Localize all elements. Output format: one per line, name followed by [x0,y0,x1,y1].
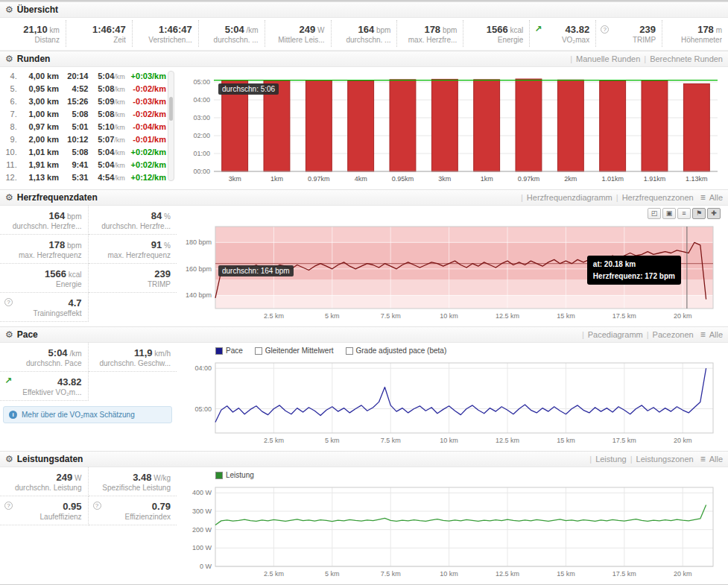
lap-row[interactable]: 8.0,97 km5:015:10/km-0:04/km [1,121,166,133]
pace-stats-panel: 5:04 /kmdurchschn. Pace11,9 km/hdurchsch… [0,343,177,448]
header-link[interactable]: Pacediagramm [588,330,643,339]
stat-value: 1:46:47 [92,24,126,35]
power-chart[interactable]: 0 W100 W200 W300 W400 W2.5 km5 km7.5 km1… [177,481,725,580]
legend-swatch[interactable] [215,472,223,479]
lap-number: 9. [1,133,19,146]
heartrate-header-links: |Herzfrequenzdiagramm|Herzfrequenzzonen≡… [521,192,723,203]
svg-text:17.5 km: 17.5 km [613,437,636,444]
legend-item[interactable]: Pace [215,347,243,355]
stat-value: 239 [639,24,656,35]
tag-icon[interactable]: ⚑ [692,208,706,219]
all-link[interactable]: Alle [709,455,723,464]
stat-label: max. Herzfre... [403,36,457,44]
stat-cell: 1:46:47Verstrichen... [133,20,199,47]
heartrate-chart[interactable]: 140 bpm160 bpm180 bpm2.5 km5 km7.5 km10 … [177,221,725,322]
lap-distance: 1,13 km [19,171,59,184]
svg-text:03:00: 03:00 [193,114,210,121]
lap-distance: 1,01 km [19,146,59,159]
lap-distance: 0,95 km [19,83,59,95]
svg-text:20 km: 20 km [674,312,692,320]
lap-pace: 5:04/km [88,159,124,171]
gear-icon[interactable]: ⚙ [5,329,13,340]
stat-unit: W [315,26,324,34]
stat-value: 21,10 [23,24,48,35]
lap-row[interactable]: 10.1,01 km5:085:04/km+0:02/km [1,146,166,159]
gear-icon[interactable]: ⚙ [5,4,13,15]
lap-diff: -0:02/km [125,83,166,95]
stat-value-line: 178 m [668,22,722,36]
lap-diff: -0:04/km [125,121,166,133]
stat-label: Energie [469,36,523,44]
header-link[interactable]: Herzfrequenzzonen [622,193,694,202]
header-link[interactable]: Leistung [595,455,627,464]
vo2max-info-link[interactable]: i Mehr über die VO₂max Schätzung [3,406,172,423]
stat-label: Distanz [6,36,60,44]
all-link[interactable]: Alle [709,193,723,202]
laps-scrollbar[interactable] [168,71,174,181]
heartrate-header: ⚙ Herzfrequenzdaten |Herzfrequenzdiagram… [0,189,728,206]
lap-time: 5:08 [59,108,88,121]
svg-text:3km: 3km [229,175,241,183]
crop-icon[interactable]: ✚ [707,208,721,219]
menu-icon[interactable]: ≡ [700,192,706,203]
menu-icon[interactable]: ≡ [700,454,706,464]
legend-item[interactable]: Leistung [215,471,254,479]
svg-text:17.5 km: 17.5 km [613,312,636,320]
stat-cell: 1566 kcalEnergie [0,264,89,293]
lap-row[interactable]: 11.1,91 km9:415:04/km+0:02/km [1,159,166,171]
gear-icon[interactable]: ⚙ [5,54,13,64]
stat-label: Verstrichen... [139,36,192,44]
stat-value-line: 3.48 W/kg [95,470,171,484]
stat-label: Mittlere Leis... [271,36,325,44]
stat-cell: 164 bpmdurchschn. ... [332,20,398,47]
separator: | [647,330,649,339]
legend-item[interactable]: Gleitender Mittelwert [255,347,334,355]
image-icon[interactable]: ▣ [662,208,676,219]
help-icon[interactable]: ? [4,298,13,306]
gear-icon[interactable]: ⚙ [5,192,13,203]
laps-bar-chart[interactable]: 00:0001:0002:0003:0004:0005:003km1km0.97… [177,69,725,185]
lap-row[interactable]: 12.1,13 km5:314:54/km+0:12/km [1,171,166,184]
svg-text:2.5 km: 2.5 km [264,570,284,578]
lap-diff: -0:01/km [125,133,166,146]
legend-swatch[interactable] [215,347,223,355]
lap-pace-unit: /km [114,111,125,118]
lap-row[interactable]: 4.4,00 km20:145:04/km+0:03/km [1,70,166,83]
menu-icon[interactable]: ≡ [700,329,706,340]
gear-icon[interactable]: ⚙ [5,454,13,464]
lap-time: 5:31 [59,171,88,184]
header-link[interactable]: Herzfrequenzdiagramm [527,193,613,202]
lap-time: 5:01 [59,121,88,133]
scrollbar-thumb[interactable] [169,97,173,121]
help-icon[interactable]: ? [93,502,101,510]
lap-row[interactable]: 6.3,00 km15:265:09/km-0:03/km [1,95,166,108]
pace-chart[interactable]: 04:0005:002.5 km5 km7.5 km10 km12.5 km15… [177,357,725,446]
header-link[interactable]: Leistungszonen [636,455,694,464]
stat-cell: ↗43.82Effektiver VO₂m... [0,372,89,401]
stat-unit: W [72,474,81,482]
stat-label: durchschn. ... [205,36,259,44]
lap-number: 12. [1,171,19,184]
header-link[interactable]: Berechnete Runden [650,54,723,63]
lap-row[interactable]: 7.1,00 km5:085:08/km-0:02/km [1,108,166,121]
header-link[interactable]: Pacezonen [653,330,694,339]
stat-label: durchschn. ... [338,36,391,44]
expand-icon[interactable]: ◰ [648,208,661,219]
legend-checkbox[interactable] [346,347,353,355]
stat-cell: ?0.79Effizienzindex [89,496,177,525]
legend-checkbox[interactable] [255,347,262,355]
lap-pace-unit: /km [114,124,125,131]
stat-value: 4.7 [68,297,81,309]
stat-label: TRIMP [95,280,171,288]
laps-header-links: |Manuelle Runden|Berechnete Runden [570,54,723,63]
header-link[interactable]: Manuelle Runden [576,54,640,63]
vo2max-info-text[interactable]: Mehr über die VO₂max Schätzung [22,411,135,419]
help-icon[interactable]: ? [4,502,13,510]
legend-item[interactable]: Grade adjusted pace (beta) [346,347,447,355]
list-icon[interactable]: ≡ [677,208,691,219]
lap-row[interactable]: 9.2,00 km10:125:07/km-0:01/km [1,133,166,146]
all-link[interactable]: Alle [709,330,723,339]
svg-text:05:00: 05:00 [193,78,210,86]
stat-unit: kcal [508,26,524,34]
lap-row[interactable]: 5.0,95 km4:525:08/km-0:02/km [1,83,166,95]
